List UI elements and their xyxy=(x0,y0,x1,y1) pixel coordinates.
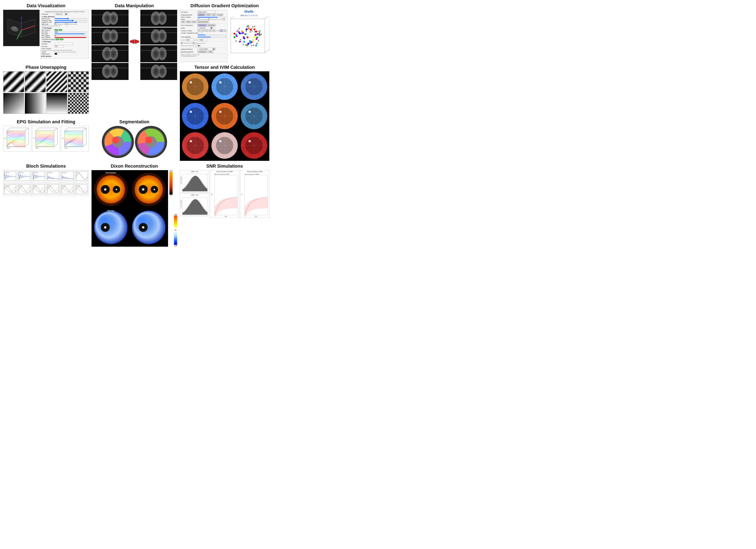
set-name-input[interactable] xyxy=(198,11,216,13)
layout-row: Layout Show lines | Show axis | Show lin… xyxy=(42,51,88,53)
tensor-grid xyxy=(180,71,269,161)
tensor-img-8 xyxy=(210,131,239,160)
bloch-img-12 xyxy=(75,183,89,196)
weight-value: 0.5 xyxy=(225,36,226,38)
mirror-checkbox[interactable] xyxy=(208,18,210,20)
slice-selection-header[interactable]: ▼ Slice Selection xyxy=(42,16,88,17)
b0-label-container: B0 map xyxy=(92,209,129,246)
full-sphere-btn[interactable]: full sphere xyxy=(207,24,216,26)
bval2-input[interactable] xyxy=(199,39,207,41)
plot-title-input[interactable] xyxy=(55,43,73,45)
front-btn[interactable]: front xyxy=(191,21,196,23)
dixon-inner: Fat Fraction B0 map 100 0 100 50 xyxy=(92,170,177,247)
axial-row: Axial (1-25): xyxy=(42,18,88,19)
shell-2-btn[interactable]: 2 xyxy=(223,30,226,32)
top-btn[interactable]: top xyxy=(181,21,185,23)
shells-tab-4[interactable]: 4 xyxy=(253,14,254,16)
plot-size-input[interactable] xyxy=(55,45,64,47)
shells-2-btn[interactable]: 2 xyxy=(198,30,201,32)
phase-image-1 xyxy=(3,71,24,92)
interleave-every-select[interactable]: 10 xyxy=(194,45,201,47)
half-sphere-btn[interactable]: half sphere xyxy=(198,24,207,26)
gload-btn[interactable]: G load xyxy=(217,14,223,16)
display-grad-row: display gradients graphics chart text G … xyxy=(181,14,226,16)
axial-label: Axial (1-25): xyxy=(42,18,54,19)
min-clip-slider[interactable] xyxy=(55,35,88,36)
shells-5-btn[interactable]: 5 xyxy=(209,30,212,32)
shells-tab-2[interactable]: 2 xyxy=(249,14,250,16)
equals-sign: = xyxy=(200,32,201,34)
text-btn[interactable]: text xyxy=(212,14,216,16)
chart-btn[interactable]: chart xyxy=(206,14,211,16)
phase-image-7 xyxy=(46,93,67,114)
to-clipboard-btn[interactable]: to clipboard xyxy=(198,51,207,53)
transparent-toggle[interactable]: On xyxy=(56,38,59,40)
shells-3-btn[interactable]: 3 xyxy=(201,30,204,32)
shells-tab-all[interactable]: all xyxy=(245,14,246,16)
transpose-checkbox[interactable] xyxy=(55,23,56,25)
shells-tab-multi[interactable]: multi xyxy=(240,14,244,16)
tensor-img-5 xyxy=(210,102,239,131)
sagittal-label: Sagittal (1-118): xyxy=(42,21,54,23)
shells-display-title: Shells xyxy=(244,10,253,13)
shells-tab-3[interactable]: 3 xyxy=(251,14,252,16)
right-btn[interactable]: right xyxy=(186,21,191,23)
quality-select[interactable]: normal (1000) xyxy=(198,48,216,50)
max-clip-slider[interactable] xyxy=(55,37,88,38)
shells-6-btn[interactable]: 6 xyxy=(213,30,216,32)
max-clipping-label: Max Clipping xyxy=(42,37,54,38)
bloch-img-11 xyxy=(61,183,74,196)
shells-tab-5[interactable]: 5 xyxy=(255,14,255,16)
plot-style-header[interactable]: ▼ Plot Style xyxy=(42,41,88,42)
plot-title-label: Plot Title xyxy=(42,43,54,45)
plot-mode-row: Plot Mode Planes 3D xyxy=(42,13,88,15)
sagittal-slider[interactable] xyxy=(55,22,88,23)
auto-scaling-toggle[interactable]: On xyxy=(55,29,58,31)
shells-tab-1[interactable]: 1 xyxy=(247,14,248,16)
background-swatch[interactable] xyxy=(55,53,57,55)
reverse-checkbox[interactable] xyxy=(66,23,67,25)
weight-slider[interactable] xyxy=(198,37,224,37)
transparent-toggle2[interactable]: Off xyxy=(60,38,63,40)
coronal-slider[interactable] xyxy=(55,20,88,21)
min-value-slider[interactable] xyxy=(55,32,88,32)
tensor-title: Tensor and IVIM Calculation xyxy=(194,65,255,70)
tensor-img-3 xyxy=(240,72,268,101)
num-grad-slider[interactable] xyxy=(198,35,224,35)
interleave-row: interleave b=0 Optimize G load xyxy=(181,42,226,44)
sticks-checkbox[interactable] xyxy=(198,18,199,20)
mri-left-1 xyxy=(92,10,129,27)
shells-4-btn[interactable]: 4 xyxy=(205,30,208,32)
max-value-slider[interactable] xyxy=(55,33,88,34)
sphere-opacity-label: sphere opacity xyxy=(181,16,197,18)
optimize-cb[interactable] xyxy=(193,42,195,44)
sphere-opacity-slider[interactable] xyxy=(198,17,226,18)
axial-slider[interactable] xyxy=(55,18,88,19)
reset-view-btn[interactable]: reset view point xyxy=(197,21,209,23)
snr-chart-1: SNR = 30 xyxy=(180,170,209,193)
tensor-img-6 xyxy=(240,102,268,131)
email: m.froeling@umcutrecht.nl xyxy=(181,55,226,57)
graphics-btn[interactable]: graphics xyxy=(198,14,205,16)
shells-tab-6[interactable]: 6 xyxy=(256,14,257,16)
main-grid: Data Visualization Displaying 25 slices … xyxy=(0,0,273,250)
plot-mode-select[interactable]: Planes 3D xyxy=(55,13,68,15)
to-file-btn[interactable]: to file xyxy=(208,51,213,53)
colorbar-warm: 100 0 xyxy=(169,170,173,247)
3d-options-header[interactable]: ▶ 3D options xyxy=(42,55,88,57)
sphere-canvas[interactable] xyxy=(228,17,269,62)
interleave-cb[interactable] xyxy=(181,42,183,44)
bval1-input[interactable] xyxy=(186,39,194,41)
phase-image-2 xyxy=(25,71,46,92)
epg-image-2 xyxy=(32,126,60,152)
project-checkbox[interactable] xyxy=(223,18,225,20)
plot-range-header[interactable]: ▼ Plot Range xyxy=(42,27,88,29)
phase-image-8 xyxy=(68,93,89,114)
shell-weight-row: shell weighting 0.5 xyxy=(181,36,226,38)
colorbar-warm-0: 0 xyxy=(171,195,171,196)
shell-1-btn[interactable]: 1 xyxy=(220,30,223,32)
max-clipping-row: Max Clipping xyxy=(42,37,88,38)
color-fn-label: Color Function xyxy=(42,48,54,49)
shells-select[interactable]: multi shell xyxy=(198,27,213,29)
auto-scaling-toggle2[interactable]: Off xyxy=(59,29,62,31)
